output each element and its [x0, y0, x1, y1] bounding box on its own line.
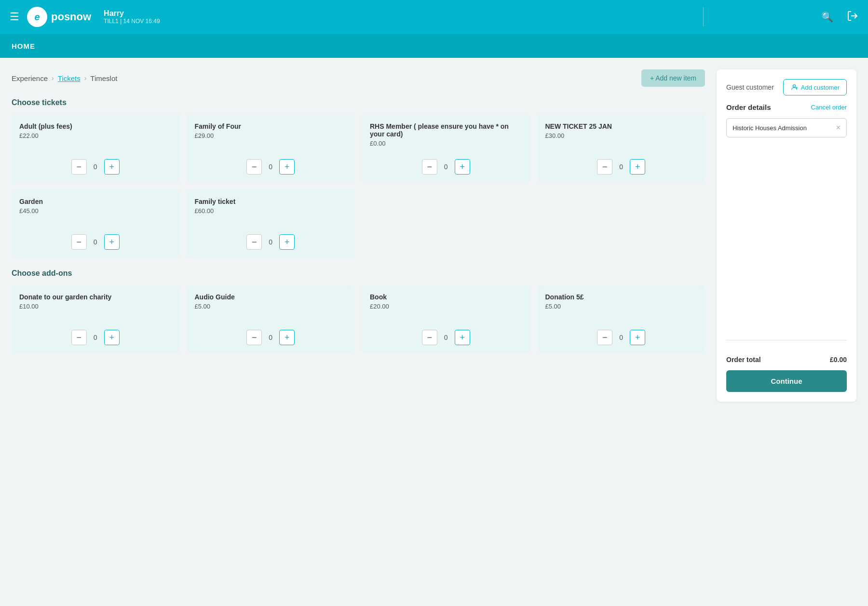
- ticket-qty: 0: [266, 238, 275, 246]
- ticket-controls: − 0 +: [370, 159, 522, 175]
- ticket-price: £0.00: [370, 140, 522, 147]
- order-divider: [726, 340, 847, 340]
- breadcrumb-timeslot[interactable]: Timeslot: [90, 74, 117, 82]
- ticket-decrement-button[interactable]: −: [597, 159, 612, 175]
- user-name: Harry: [104, 9, 160, 18]
- add-new-item-button[interactable]: + Add new item: [641, 69, 705, 87]
- menu-icon[interactable]: ☰: [10, 11, 19, 23]
- breadcrumb-experience[interactable]: Experience: [12, 74, 48, 82]
- breadcrumb-tickets[interactable]: Tickets: [58, 74, 81, 82]
- ticket-decrement-button[interactable]: −: [246, 159, 262, 175]
- ticket-price: £29.00: [195, 132, 347, 139]
- ticket-increment-button[interactable]: +: [279, 159, 295, 175]
- remove-order-item-button[interactable]: ×: [836, 123, 841, 132]
- ticket-controls: − 0 +: [19, 234, 172, 250]
- logo-text: posnow: [51, 11, 91, 23]
- addon-controls: − 0 +: [19, 330, 172, 345]
- add-customer-icon: [790, 83, 798, 91]
- user-sub: TILL1 | 14 NOV 16:49: [104, 18, 160, 25]
- ticket-card: Family of Four £29.00 − 0 +: [187, 115, 355, 182]
- addon-price: £5.00: [545, 303, 698, 310]
- tickets-grid: Adult (plus fees) £22.00 − 0 + Family of…: [12, 115, 705, 257]
- ticket-decrement-button[interactable]: −: [71, 234, 87, 250]
- ticket-qty: 0: [266, 163, 275, 171]
- logout-icon[interactable]: [847, 10, 858, 24]
- search-icon[interactable]: 🔍: [821, 11, 833, 23]
- ticket-card: Family ticket £60.00 − 0 +: [187, 190, 355, 257]
- ticket-price: £30.00: [545, 132, 698, 139]
- ticket-card: NEW TICKET 25 JAN £30.00 − 0 +: [538, 115, 705, 182]
- ticket-increment-button[interactable]: +: [630, 159, 645, 175]
- addon-card: Book £20.00 − 0 +: [362, 285, 530, 353]
- addon-name: Donation 5£: [545, 293, 698, 301]
- breadcrumb-sep-2: ›: [84, 74, 87, 82]
- order-item-tag: Historic Houses Admission ×: [726, 118, 847, 137]
- logo: e posnow: [27, 7, 91, 27]
- ticket-decrement-button[interactable]: −: [71, 159, 87, 175]
- ticket-increment-button[interactable]: +: [104, 234, 120, 250]
- order-details-title: Order details: [726, 103, 771, 111]
- addon-decrement-button[interactable]: −: [422, 330, 437, 345]
- add-customer-button[interactable]: Add customer: [783, 79, 847, 95]
- addon-qty: 0: [616, 334, 626, 341]
- ticket-controls: − 0 +: [195, 234, 347, 250]
- addon-price: £20.00: [370, 303, 522, 310]
- addon-card: Donation 5£ £5.00 − 0 +: [538, 285, 705, 353]
- addon-decrement-button[interactable]: −: [246, 330, 262, 345]
- addon-card: Audio Guide £5.00 − 0 +: [187, 285, 355, 353]
- addon-controls: − 0 +: [370, 330, 522, 345]
- ticket-name: RHS Member ( please ensure you have * on…: [370, 122, 522, 138]
- ticket-card: RHS Member ( please ensure you have * on…: [362, 115, 530, 182]
- addon-qty: 0: [91, 334, 100, 341]
- ticket-increment-button[interactable]: +: [455, 159, 470, 175]
- right-top: Guest customer Add customer: [726, 79, 847, 95]
- left-panel: Experience › Tickets › Timeslot + Add ne…: [12, 69, 717, 402]
- header-divider: [703, 7, 704, 27]
- ticket-card: Garden £45.00 − 0 +: [12, 190, 179, 257]
- header: ☰ e posnow Harry TILL1 | 14 NOV 16:49 🔍: [0, 0, 868, 34]
- right-panel: Guest customer Add customer Order detail…: [717, 69, 856, 402]
- addon-controls: − 0 +: [195, 330, 347, 345]
- addon-card: Donate to our garden charity £10.00 − 0 …: [12, 285, 179, 353]
- order-details-header: Order details Cancel order: [726, 103, 847, 111]
- order-item-label: Historic Houses Admission: [732, 124, 807, 132]
- order-total-value: £0.00: [830, 356, 847, 364]
- addon-price: £10.00: [19, 303, 172, 310]
- ticket-price: £22.00: [19, 132, 172, 139]
- search-input[interactable]: [711, 13, 808, 21]
- addon-increment-button[interactable]: +: [455, 330, 470, 345]
- logo-circle: e: [27, 7, 47, 27]
- ticket-controls: − 0 +: [19, 159, 172, 175]
- ticket-price: £60.00: [195, 207, 347, 215]
- continue-button[interactable]: Continue: [726, 370, 847, 392]
- addon-decrement-button[interactable]: −: [71, 330, 87, 345]
- ticket-controls: − 0 +: [545, 159, 698, 175]
- main-layout: Experience › Tickets › Timeslot + Add ne…: [0, 58, 868, 413]
- breadcrumb-sep-1: ›: [52, 74, 54, 82]
- ticket-decrement-button[interactable]: −: [422, 159, 437, 175]
- breadcrumb: Experience › Tickets › Timeslot + Add ne…: [12, 69, 705, 87]
- addon-name: Audio Guide: [195, 293, 347, 301]
- order-content-area: [726, 143, 847, 336]
- ticket-decrement-button[interactable]: −: [246, 234, 262, 250]
- cancel-order-link[interactable]: Cancel order: [811, 104, 847, 111]
- addon-qty: 0: [441, 334, 451, 341]
- ticket-card: Adult (plus fees) £22.00 − 0 +: [12, 115, 179, 182]
- ticket-name: Garden: [19, 198, 172, 205]
- breadcrumb-actions: + Add new item: [641, 69, 705, 87]
- addon-increment-button[interactable]: +: [279, 330, 295, 345]
- ticket-increment-button[interactable]: +: [279, 234, 295, 250]
- addon-qty: 0: [266, 334, 275, 341]
- guest-label: Guest customer: [726, 83, 774, 91]
- ticket-name: Family of Four: [195, 122, 347, 130]
- order-total-label: Order total: [726, 356, 761, 364]
- addon-increment-button[interactable]: +: [630, 330, 645, 345]
- svg-point-1: [793, 85, 795, 87]
- add-customer-label: Add customer: [801, 84, 840, 91]
- addon-name: Book: [370, 293, 522, 301]
- addon-decrement-button[interactable]: −: [597, 330, 612, 345]
- addon-increment-button[interactable]: +: [104, 330, 120, 345]
- user-info: Harry TILL1 | 14 NOV 16:49: [104, 9, 160, 25]
- addon-controls: − 0 +: [545, 330, 698, 345]
- ticket-increment-button[interactable]: +: [104, 159, 120, 175]
